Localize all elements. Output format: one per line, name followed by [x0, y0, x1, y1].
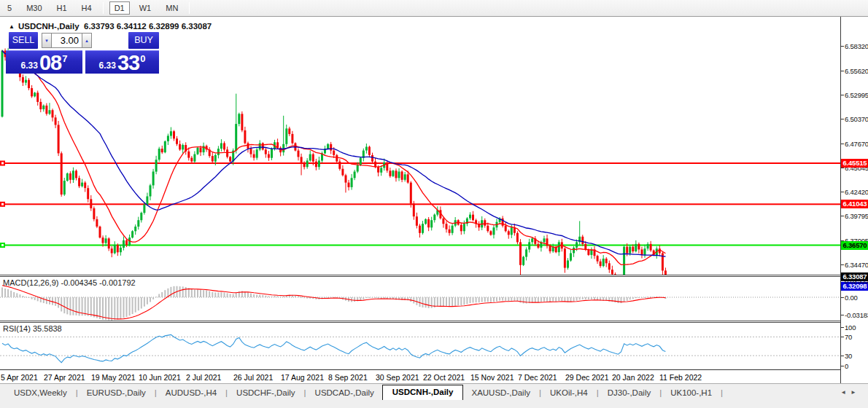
macd-histogram-bar [481, 297, 483, 302]
candle-body [226, 149, 228, 157]
macd-histogram-bar [478, 297, 480, 302]
timeframe-d1[interactable]: D1 [109, 1, 130, 15]
macd-histogram-bar [535, 297, 536, 302]
macd-histogram-bar [114, 297, 115, 320]
horizontal-price-line[interactable] [0, 162, 840, 164]
timeframe-w1[interactable]: W1 [134, 1, 157, 15]
macd-histogram-bar [452, 297, 453, 307]
candle-body [377, 167, 379, 173]
candle-body [511, 227, 513, 235]
timeframe-m30[interactable]: M30 [21, 1, 47, 15]
macd-histogram-bar [363, 297, 364, 299]
candle-body [22, 77, 24, 83]
macd-histogram-bar [90, 297, 92, 317]
macd-histogram-bar [99, 297, 101, 319]
macd-histogram-bar [126, 297, 128, 317]
rsi-axis-label: 0 [845, 362, 848, 370]
candle-body [469, 215, 471, 219]
candle-body [570, 254, 572, 261]
chart-tab-usdchf-daily[interactable]: USDCHF-,Daily [233, 386, 299, 400]
macd-label: MACD(12,26,9) -0.004345 -0.001792 [3, 278, 136, 287]
price-badge: 6.45515 [841, 159, 868, 168]
macd-histogram-bar [61, 297, 62, 312]
macd-histogram-bar [632, 297, 634, 299]
candle-body [419, 226, 421, 233]
tab-divider: | [716, 386, 728, 400]
macd-histogram-bar [4, 289, 6, 297]
tab-scroll-right-icon[interactable]: ► [850, 389, 861, 396]
candle-body [333, 151, 335, 155]
volume-decrease-button[interactable]: ▼ [42, 33, 52, 48]
rsi-pane[interactable] [0, 323, 840, 369]
candle-body [416, 216, 418, 226]
candle-body [472, 215, 474, 221]
candle-body [522, 257, 524, 265]
macd-histogram-bar [111, 297, 112, 321]
date-tick-label: 27 Apr 2021 [44, 373, 85, 382]
timeframe-5[interactable]: 5 [2, 1, 17, 15]
tab-scroll-left-icon[interactable]: ◄ [840, 389, 850, 396]
candle-body [39, 102, 42, 109]
chart-tab-xauusd-daily[interactable]: XAUUSD-,Daily [468, 386, 534, 400]
collapse-arrow-icon[interactable]: ▲ [9, 23, 15, 30]
candle-body [187, 152, 190, 158]
chart-tab-usdcad-daily[interactable]: USDCAD-,Daily [311, 386, 378, 400]
macd-histogram-bar [102, 297, 104, 320]
macd-histogram-bar [155, 297, 157, 297]
candle-body [155, 160, 158, 171]
price-badge: 6.41043 [841, 200, 868, 208]
macd-histogram-bar [46, 297, 47, 304]
candle-body [214, 155, 217, 162]
macd-histogram-bar [37, 297, 39, 301]
date-axis[interactable]: 5 Apr 202127 Apr 202119 May 202110 Jun 2… [0, 371, 840, 383]
macd-histogram-bar [511, 297, 512, 301]
chart-tab-dj30-daily[interactable]: DJ30-,Daily [604, 386, 654, 400]
candle-body [69, 173, 71, 180]
candle-body [1, 51, 4, 117]
candle-body [573, 248, 575, 254]
line-anchor-dot [1, 162, 4, 165]
chart-tab-ukoil-h4[interactable]: UKOil-,H4 [546, 386, 592, 400]
axis-tick-mark [841, 356, 844, 356]
candle-body [114, 245, 116, 253]
rsi-name: RSI(14) [3, 324, 31, 333]
rsi-line [2, 334, 665, 362]
macd-histogram-bar [638, 297, 640, 298]
chart-tab-uk100-h1[interactable]: UK100-,H1 [667, 386, 716, 400]
macd-histogram-bar [182, 286, 184, 297]
macd-histogram-bar [375, 297, 376, 298]
timeframe-h4[interactable]: H4 [77, 1, 97, 15]
macd-histogram-bar [543, 297, 545, 302]
terminal-window: 5M30H1H4D1W1MN ▲USDCNH-,Daily 6.33793 6.… [0, 0, 868, 408]
volume-increase-button[interactable]: ▲ [82, 33, 92, 48]
buy-price-pip: 0 [140, 53, 145, 64]
candle-body [28, 80, 30, 88]
volume-input[interactable]: 3.00 [52, 33, 82, 48]
candle-body [36, 93, 39, 102]
macd-histogram-bar [271, 297, 273, 297]
chart-tab-eurusd-daily[interactable]: EURUSD-,Daily [83, 386, 150, 400]
buy-price-box[interactable]: 6.33 33 0 [85, 50, 159, 74]
chart-tab-audusd-h4[interactable]: AUDUSD-,H4 [162, 386, 220, 400]
sell-price-box[interactable]: 6.33 08 7 [6, 50, 82, 74]
macd-histogram-bar [250, 294, 252, 297]
horizontal-price-line[interactable] [0, 203, 840, 205]
candle-body [229, 157, 231, 161]
timeframe-h1[interactable]: H1 [52, 1, 72, 15]
macd-histogram-bar [117, 297, 118, 320]
macd-histogram-bar [446, 297, 447, 307]
macd-histogram-bar [191, 289, 193, 297]
macd-histogram-bar [7, 289, 9, 297]
timeframe-mn[interactable]: MN [160, 1, 183, 15]
chart-tab-usdx-weekly[interactable]: USDX,Weekly [10, 386, 71, 400]
candle-body [276, 142, 279, 148]
macd-histogram-bar [508, 297, 509, 301]
macd-histogram-bar [209, 291, 210, 297]
macd-histogram-bar [372, 297, 373, 298]
sell-button[interactable]: SELL [9, 32, 38, 49]
price-axis[interactable]: 6.583206.556206.529956.503706.476706.450… [840, 17, 868, 383]
buy-button[interactable]: BUY [128, 32, 159, 49]
date-tick-label: 20 Jan 2022 [612, 373, 654, 382]
candle-body [197, 148, 199, 154]
chart-tab-usdcnh-daily[interactable]: USDCNH-,Daily [382, 385, 464, 400]
